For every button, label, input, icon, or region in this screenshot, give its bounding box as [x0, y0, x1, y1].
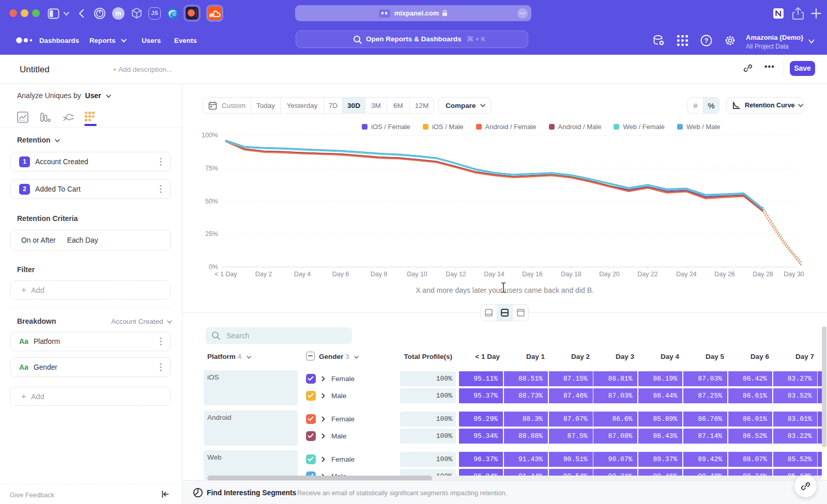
svg-text:?: ?: [705, 37, 709, 44]
